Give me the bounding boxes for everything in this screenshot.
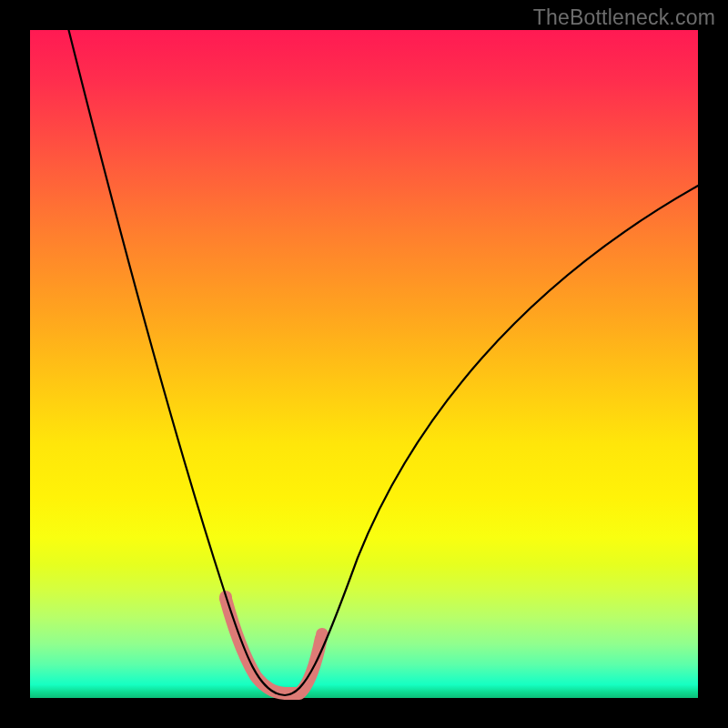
chart-frame: TheBottleneck.com — [0, 0, 728, 728]
bottleneck-curve-svg — [30, 30, 698, 698]
watermark-text: TheBottleneck.com — [533, 5, 715, 30]
bottleneck-curve-path — [67, 25, 700, 695]
chart-plot-area — [30, 30, 698, 698]
